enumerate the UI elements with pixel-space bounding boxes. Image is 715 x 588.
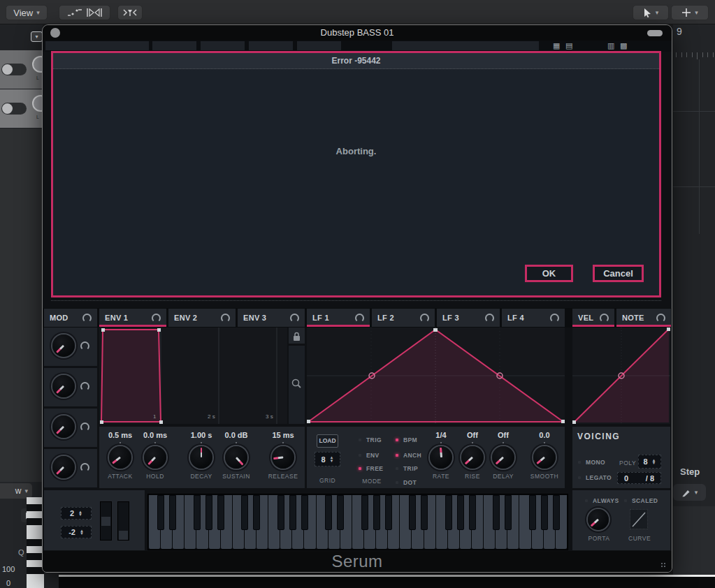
knob-attack[interactable] bbox=[109, 446, 131, 469]
tab-note[interactable]: NOTE bbox=[616, 309, 671, 327]
cancel-button[interactable]: Cancel bbox=[593, 265, 644, 282]
bend-up-stepper[interactable]: 2 ▲▼ bbox=[61, 507, 92, 520]
black-key[interactable] bbox=[277, 495, 284, 530]
partial-view-button[interactable]: w ▾ bbox=[0, 483, 32, 499]
automation-flex-button-group[interactable] bbox=[59, 5, 110, 20]
mono-radio[interactable]: MONO bbox=[578, 459, 605, 466]
tab-lf-4[interactable]: LF 4 bbox=[502, 309, 565, 327]
radio-anch[interactable]: ANCH bbox=[396, 452, 421, 459]
lfo-display[interactable] bbox=[307, 328, 565, 424]
knob-decay[interactable] bbox=[190, 446, 212, 469]
legato-radio[interactable]: LEGATO bbox=[578, 474, 612, 481]
black-key[interactable] bbox=[553, 495, 560, 530]
curve-editor[interactable] bbox=[630, 509, 648, 529]
resize-handle[interactable] bbox=[660, 562, 666, 568]
section-tab[interactable] bbox=[249, 41, 293, 50]
panel-view-icon[interactable]: ▩ bbox=[620, 41, 627, 50]
envelope-display[interactable]: 1 2 s 3 s bbox=[99, 328, 287, 424]
radio-env[interactable]: ENV bbox=[359, 452, 380, 459]
grid-view-icon[interactable]: ▦ bbox=[553, 41, 560, 50]
black-key[interactable] bbox=[169, 495, 176, 530]
pitch-wheel[interactable] bbox=[100, 501, 112, 541]
radio-trip[interactable]: TRIP bbox=[396, 465, 418, 472]
black-key[interactable] bbox=[457, 495, 464, 530]
toggle-switch[interactable] bbox=[1, 103, 27, 115]
black-key[interactable] bbox=[385, 495, 392, 530]
tab-env-2[interactable]: ENV 2 bbox=[168, 309, 236, 327]
tab-env-3[interactable]: ENV 3 bbox=[238, 309, 305, 327]
knob-rise[interactable] bbox=[461, 446, 484, 469]
tab-lf-2[interactable]: LF 2 bbox=[372, 309, 435, 327]
black-key[interactable] bbox=[529, 495, 536, 530]
load-button[interactable]: LOAD bbox=[317, 434, 338, 448]
knob-rate[interactable] bbox=[430, 446, 452, 469]
list-view-icon[interactable]: ▤ bbox=[565, 41, 572, 50]
black-key[interactable] bbox=[505, 495, 512, 530]
knob-sustain[interactable] bbox=[225, 446, 247, 469]
mod-slot-knob[interactable] bbox=[52, 375, 75, 397]
porta-scaled-radio[interactable]: SCALED bbox=[624, 497, 658, 504]
poly-stepper[interactable]: 8 ▲▼ bbox=[638, 455, 661, 469]
black-key[interactable] bbox=[421, 495, 428, 530]
tab-lf-3[interactable]: LF 3 bbox=[437, 309, 500, 327]
black-key[interactable] bbox=[301, 495, 308, 530]
keyboard[interactable] bbox=[147, 494, 568, 550]
ok-button[interactable]: OK bbox=[525, 265, 573, 282]
porta-always-radio[interactable]: ALWAYS bbox=[585, 497, 619, 504]
knob-smooth[interactable] bbox=[533, 446, 556, 469]
zoom-scrollbar[interactable] bbox=[289, 346, 305, 424]
radio-free[interactable]: FREE bbox=[359, 465, 383, 472]
section-tab[interactable] bbox=[392, 41, 539, 50]
bend-down-stepper[interactable]: -2 ▲▼ bbox=[61, 526, 92, 538]
pan-knob[interactable] bbox=[32, 95, 43, 112]
titlebar-toggle-icon[interactable] bbox=[647, 30, 663, 36]
black-key[interactable] bbox=[493, 495, 500, 530]
section-tab[interactable] bbox=[297, 41, 341, 50]
black-key[interactable] bbox=[325, 495, 332, 530]
black-key[interactable] bbox=[289, 495, 296, 530]
section-tab[interactable] bbox=[201, 41, 245, 50]
mod-slot-knob[interactable] bbox=[52, 416, 75, 438]
black-key[interactable] bbox=[253, 495, 260, 530]
radio-bpm[interactable]: BPM bbox=[396, 436, 417, 443]
tab-env-1[interactable]: ENV 1 bbox=[99, 309, 166, 327]
pointer-tool-button[interactable]: ▾ bbox=[633, 5, 669, 20]
radio-dot[interactable]: DOT bbox=[396, 479, 417, 486]
plugin-titlebar[interactable]: Dubstep BASS 01 bbox=[43, 25, 672, 41]
tab-vel[interactable]: VEL bbox=[572, 309, 614, 327]
black-key[interactable] bbox=[445, 495, 452, 530]
tab-mod[interactable]: MOD bbox=[44, 309, 97, 327]
black-key[interactable] bbox=[373, 495, 380, 530]
pencil-tool-button[interactable]: ▾ bbox=[673, 484, 706, 501]
vel-note-display[interactable] bbox=[572, 328, 670, 424]
black-key[interactable] bbox=[469, 495, 476, 530]
black-key[interactable] bbox=[157, 495, 164, 530]
knob-hold[interactable] bbox=[144, 446, 166, 469]
section-tab[interactable] bbox=[152, 41, 196, 50]
panel-view-icon[interactable]: ▥ bbox=[607, 41, 614, 50]
tab-lf-1[interactable]: LF 1 bbox=[307, 309, 370, 327]
black-key[interactable] bbox=[205, 495, 212, 530]
view-menu-button[interactable]: View ▾ bbox=[6, 5, 48, 20]
black-key[interactable] bbox=[194, 495, 201, 530]
black-key[interactable] bbox=[337, 495, 344, 530]
porta-knob[interactable] bbox=[588, 509, 609, 530]
mod-wheel[interactable] bbox=[117, 501, 129, 541]
lock-button[interactable] bbox=[289, 328, 305, 344]
black-key[interactable] bbox=[541, 495, 548, 530]
window-close-button[interactable] bbox=[50, 28, 60, 38]
black-key[interactable] bbox=[217, 495, 224, 530]
pan-knob[interactable] bbox=[32, 56, 43, 73]
grid-stepper[interactable]: 8 ▲▼ bbox=[315, 452, 340, 466]
knob-delay[interactable] bbox=[492, 446, 514, 469]
section-tab[interactable] bbox=[45, 41, 149, 50]
catch-playhead-button[interactable] bbox=[117, 5, 143, 20]
knob-release[interactable] bbox=[272, 446, 294, 469]
checkbox-dropdown-icon[interactable]: ▾ bbox=[31, 31, 43, 42]
mod-slot-knob[interactable] bbox=[52, 335, 75, 357]
radio-trig[interactable]: TRIG bbox=[359, 436, 382, 443]
toggle-switch[interactable] bbox=[1, 64, 27, 75]
mod-slot-knob[interactable] bbox=[52, 456, 75, 478]
black-key[interactable] bbox=[241, 495, 248, 530]
black-key[interactable] bbox=[409, 495, 416, 530]
